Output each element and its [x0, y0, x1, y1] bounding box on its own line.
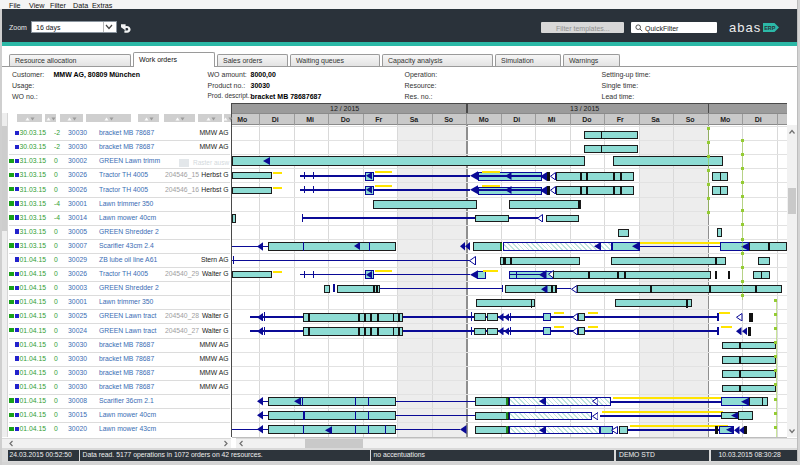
svg-text:ERP: ERP	[764, 25, 776, 31]
